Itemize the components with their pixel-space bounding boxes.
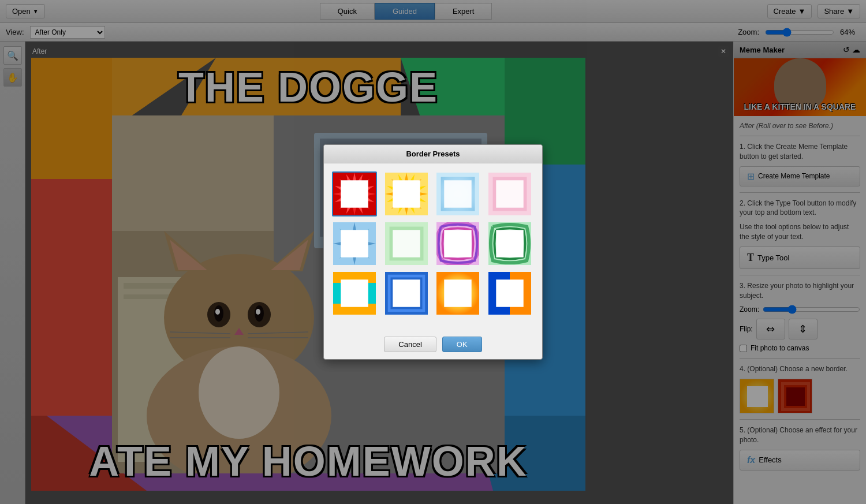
ok-button[interactable]: OK [442,337,482,352]
svg-rect-81 [393,180,420,207]
preset-swirl-green[interactable] [487,221,532,266]
svg-rect-63 [341,180,368,207]
preset-blue-square[interactable] [384,271,429,316]
cancel-button[interactable]: Cancel [384,337,436,352]
svg-rect-119 [496,279,523,307]
dialog-overlay: Border Presets [0,0,866,504]
svg-rect-102 [444,230,471,257]
preset-pink-soft[interactable] [487,171,532,216]
preset-blue-soft[interactable] [435,171,480,216]
svg-rect-116 [444,279,471,307]
dialog-title: Border Presets [406,150,460,158]
preset-blue-frame[interactable] [332,221,377,266]
svg-rect-110 [341,279,368,307]
preset-green-soft[interactable] [384,221,429,266]
preset-orange-blue[interactable] [487,271,532,316]
svg-rect-114 [393,279,420,307]
preset-gold-glow[interactable] [435,271,480,316]
svg-rect-104 [496,230,523,257]
preset-swirl-multi[interactable] [435,221,480,266]
border-presets-dialog: Border Presets [323,144,543,360]
preset-red-burst[interactable] [332,171,377,216]
svg-rect-97 [341,230,368,257]
preset-pink-cyan[interactable] [332,271,377,316]
svg-rect-100 [393,230,420,257]
svg-rect-87 [496,180,523,207]
dialog-header: Border Presets [324,145,542,163]
dialog-footer: Cancel OK [324,332,542,359]
svg-rect-84 [444,180,471,207]
dialog-body [324,163,542,332]
presets-grid [332,171,534,316]
preset-yellow-burst[interactable] [384,171,429,216]
